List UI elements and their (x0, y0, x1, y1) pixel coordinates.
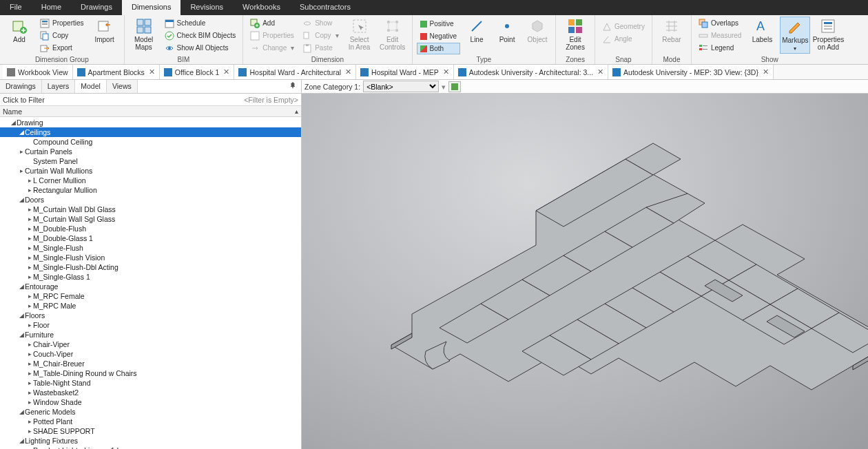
expand-icon[interactable]: ▸ (26, 177, 33, 184)
dim-copy-button[interactable]: Copy▾ (300, 30, 341, 41)
left-tab-views[interactable]: Views (107, 80, 138, 93)
overlaps-button[interactable]: Overlaps (696, 17, 744, 29)
rebar-button[interactable]: Rebar (657, 17, 687, 54)
menu-home[interactable]: Home (32, 0, 71, 15)
tree-node[interactable]: ▸M_Double-Flush (0, 224, 301, 233)
show-all-button[interactable]: Show All Objects (162, 42, 239, 54)
tree-node[interactable]: ◢Floors (0, 311, 301, 320)
positive-toggle[interactable]: Positive (417, 18, 460, 30)
markups-button[interactable]: Markups▾ (780, 17, 810, 54)
tree-node[interactable]: ▸M_Curtain Wall Dbl Glass (0, 205, 301, 214)
expand-icon[interactable]: ▸ (26, 351, 33, 357)
expand-icon[interactable]: ▸ (26, 370, 33, 377)
schedule-button[interactable]: Schedule (162, 17, 239, 29)
close-icon[interactable]: ✕ (223, 67, 229, 76)
expand-icon[interactable]: ◢ (18, 408, 25, 415)
menu-subcontractors[interactable]: Subcontractors (290, 0, 360, 15)
tree-node[interactable]: System Panel (0, 156, 301, 166)
both-toggle[interactable]: Both (417, 43, 460, 54)
tree-header[interactable]: Name ▴ (0, 106, 301, 117)
tree-node[interactable]: ▸M_Curtain Wall Sgl Glass (0, 214, 301, 224)
properties-button[interactable]: Properties (37, 17, 87, 29)
expand-icon[interactable]: ▸ (26, 216, 33, 222)
close-icon[interactable]: ✕ (597, 67, 603, 76)
doc-tab[interactable]: Workbook View (3, 65, 73, 79)
tree-node[interactable]: ▸Chair-Viper (0, 340, 301, 349)
line-type-button[interactable]: Line (463, 17, 490, 54)
expand-icon[interactable]: ▸ (26, 418, 33, 425)
expand-icon[interactable]: ▸ (26, 428, 33, 435)
tree-node[interactable]: ▸M_RPC Female (0, 291, 301, 301)
expand-icon[interactable]: ◢ (18, 196, 25, 203)
select-in-area-button[interactable]: Select In Area (344, 17, 375, 54)
expand-icon[interactable]: ▸ (26, 244, 33, 251)
dim-show-button[interactable]: Show (300, 17, 341, 29)
expand-icon[interactable]: ▸ (26, 360, 33, 367)
doc-tab[interactable]: Hospital Ward - MEP✕ (356, 65, 454, 79)
properties-on-add-button[interactable]: Properties on Add (813, 17, 843, 54)
tree-node[interactable]: ▸Curtain Wall Mullions (0, 166, 301, 176)
zone-category-select[interactable]: <Blank> (363, 81, 439, 92)
dim-change-button[interactable]: Change▾ (247, 42, 297, 54)
model-tree[interactable]: ◢Drawing◢CeilingsCompound Ceiling▸Curtai… (0, 117, 301, 449)
object-type-button[interactable]: Object (524, 17, 551, 54)
left-tab-drawings[interactable]: Drawings (0, 80, 42, 93)
expand-icon[interactable]: ▸ (26, 273, 33, 280)
close-icon[interactable]: ✕ (345, 67, 351, 76)
left-tab-model[interactable]: Model (75, 80, 107, 93)
doc-tab[interactable]: Autodesk University - MEP: 3D View: {3D}… (608, 65, 774, 79)
expand-icon[interactable]: ▸ (26, 322, 33, 328)
tree-node[interactable]: ▸Wastebasket2 (0, 388, 301, 397)
tree-node[interactable]: ◢Entourage (0, 282, 301, 291)
edit-controls-button[interactable]: Edit Controls (378, 17, 408, 54)
tree-node[interactable]: ▸Floor (0, 320, 301, 330)
tree-node[interactable]: ◢Generic Models (0, 407, 301, 417)
tree-node[interactable]: ◢Doors (0, 195, 301, 205)
menu-drawings[interactable]: Drawings (71, 0, 122, 15)
expand-icon[interactable]: ◢ (10, 119, 17, 126)
tree-node[interactable]: ◢Ceilings (0, 127, 301, 137)
zone-apply-button[interactable] (448, 81, 461, 92)
expand-icon[interactable]: ◢ (18, 283, 25, 290)
expand-icon[interactable]: ▸ (26, 341, 33, 348)
menu-revisions[interactable]: Revisions (180, 0, 233, 15)
negative-toggle[interactable]: Negative (417, 30, 460, 42)
close-icon[interactable]: ✕ (763, 67, 769, 76)
expand-icon[interactable]: ▸ (26, 293, 33, 300)
expand-icon[interactable]: ▸ (26, 235, 33, 242)
expand-icon[interactable]: ◢ (18, 331, 25, 338)
dim-properties-button[interactable]: Properties (247, 30, 297, 41)
tree-node[interactable]: ▸Curtain Panels (0, 147, 301, 156)
doc-tab[interactable]: Office Block 1✕ (160, 65, 235, 79)
tree-node[interactable]: ▸Rectangular Mullion (0, 185, 301, 195)
tree-node[interactable]: ▸M_Table-Dining Round w Chairs (0, 368, 301, 378)
expand-icon[interactable]: ▸ (18, 167, 25, 174)
doc-tab[interactable]: Hospital Ward - Architectural✕ (234, 65, 356, 79)
expand-icon[interactable]: ◢ (18, 437, 25, 444)
close-icon[interactable]: ✕ (443, 67, 449, 76)
expand-icon[interactable]: ▸ (26, 206, 33, 213)
dim-add-button[interactable]: Add (247, 17, 297, 29)
tree-node[interactable]: ▸M_Chair-Breuer (0, 359, 301, 368)
expand-icon[interactable]: ▸ (26, 389, 33, 396)
tree-node[interactable]: ▸Couch-Viper (0, 349, 301, 359)
expand-icon[interactable]: ▸ (18, 148, 25, 155)
model-maps-button[interactable]: Model Maps (129, 17, 159, 54)
pin-icon[interactable] (285, 80, 301, 93)
tree-node[interactable]: ▸M_RPC Male (0, 301, 301, 311)
expand-icon[interactable]: ▸ (26, 187, 33, 194)
dim-paste-button[interactable]: Paste (300, 42, 341, 54)
expand-icon[interactable]: ◢ (18, 312, 25, 319)
legend-button[interactable]: Legend (696, 42, 744, 54)
menu-workbooks[interactable]: Workbooks (233, 0, 290, 15)
add-button[interactable]: Add (4, 17, 34, 54)
expand-icon[interactable]: ▸ (26, 225, 33, 232)
tree-node[interactable]: ▸L Corner Mullion (0, 176, 301, 185)
tree-node[interactable]: ◢Furniture (0, 330, 301, 340)
tree-node[interactable]: ▸Potted Plant (0, 417, 301, 426)
tree-node[interactable]: ▸Window Shade (0, 397, 301, 407)
left-tab-layers[interactable]: Layers (42, 80, 76, 93)
menu-dimensions[interactable]: Dimensions (122, 0, 180, 15)
edit-zones-button[interactable]: Edit Zones (560, 17, 590, 54)
tree-node[interactable]: Compound Ceiling (0, 137, 301, 147)
